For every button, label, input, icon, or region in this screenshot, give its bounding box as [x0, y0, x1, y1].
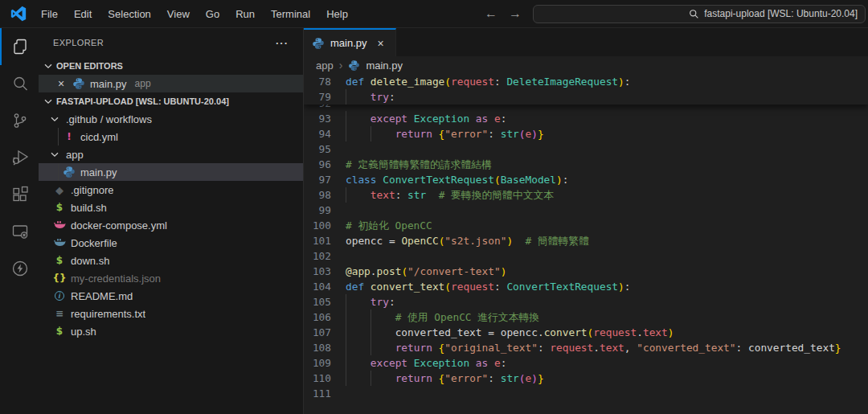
- code-line-101: 101opencc = OpenCC("s2t.json") # 簡體轉繁體: [304, 233, 868, 248]
- line-number: 99: [304, 203, 331, 218]
- tree-file--gitignore[interactable]: ◆.gitignore: [39, 181, 303, 199]
- tree-item-label: .github / workflows: [66, 113, 152, 125]
- breadcrumb-file[interactable]: main.py: [366, 59, 403, 72]
- tree-file-cicd-yml[interactable]: !cicd.yml: [39, 128, 303, 146]
- tree-file-down-sh[interactable]: $down.sh: [39, 252, 303, 269]
- activitybar-run-debug[interactable]: [0, 139, 39, 176]
- menu-view[interactable]: View: [160, 5, 197, 23]
- activitybar-source-control[interactable]: [0, 102, 39, 139]
- python-icon: [348, 59, 360, 72]
- close-icon[interactable]: ×: [55, 77, 68, 90]
- files-icon: [10, 37, 30, 56]
- thunder-client-icon: [10, 259, 30, 278]
- command-center[interactable]: fastapi-upload [WSL: Ubuntu-20.04]: [533, 5, 866, 23]
- tree-file-docker-compose-yml[interactable]: docker-compose.yml: [39, 216, 303, 234]
- code-text: # 定義簡體轉繁體的請求體結構: [346, 157, 868, 172]
- code-text: try:: [346, 89, 868, 105]
- vscode-window: FileEditSelectionViewGoRunTerminalHelp ←…: [0, 0, 868, 414]
- menu-help[interactable]: Help: [319, 5, 355, 23]
- menu-edit[interactable]: Edit: [67, 5, 99, 23]
- code-text: class ConvertTextRequest(BaseModel):: [346, 172, 868, 187]
- tree-file-dockerfile[interactable]: Dockerfile: [39, 234, 303, 252]
- line-number: 92: [304, 105, 331, 111]
- line-number: 101: [304, 233, 331, 248]
- code-line-93: 93 except Exception as e:: [304, 111, 868, 126]
- code-line-96: 96# 定義簡體轉繁體的請求體結構: [304, 157, 868, 172]
- code-text: def convert_text(request: ConvertTextReq…: [346, 279, 868, 294]
- tree-item-label: down.sh: [71, 255, 109, 267]
- tree-item-label: .gitignore: [71, 184, 113, 196]
- docker-whale-icon: [53, 219, 66, 232]
- indent-guide: [371, 325, 371, 340]
- project-root-label: FASTAPI-UPLOAD [WSL: UBUNTU-20.04]: [56, 96, 229, 106]
- tree-folder--github-workflows[interactable]: .github / workflows: [39, 110, 303, 128]
- line-number: 104: [304, 279, 331, 294]
- code-line-97: 97class ConvertTextRequest(BaseModel):: [304, 172, 868, 187]
- tree-file-my-credentials-json[interactable]: {}my-credentials.json: [39, 269, 303, 287]
- indent-guide: [371, 126, 371, 141]
- line-number: 95: [304, 141, 331, 157]
- section-open-editors[interactable]: OPEN EDITORS: [39, 57, 303, 75]
- tab-main-py[interactable]: main.py ×: [304, 28, 396, 56]
- docker-whale-icon: [53, 236, 66, 249]
- menu-selection[interactable]: Selection: [100, 5, 158, 23]
- code-text: @app.post("/convert-text"): [346, 264, 868, 279]
- chevron-down-icon: [42, 95, 55, 108]
- yaml-icon: !: [63, 130, 76, 143]
- code-editor[interactable]: 78def delete_image(request: DeleteImageR…: [304, 74, 868, 414]
- open-editor-file: main.py: [90, 78, 127, 90]
- line-number: 102: [304, 248, 331, 264]
- tree-file-up-sh[interactable]: $up.sh: [39, 322, 303, 340]
- tree-file-build-sh[interactable]: $build.sh: [39, 199, 303, 216]
- menu-terminal[interactable]: Terminal: [264, 5, 317, 23]
- tree-folder-app[interactable]: app: [39, 146, 303, 163]
- activitybar-explorer[interactable]: [0, 28, 39, 65]
- line-number: 96: [304, 157, 331, 172]
- shell-icon: $: [53, 254, 66, 267]
- line-number: 94: [304, 126, 331, 141]
- activitybar-search[interactable]: [0, 65, 39, 102]
- tree-item-label: docker-compose.yml: [71, 219, 167, 232]
- breadcrumb-separator-icon: ›: [339, 59, 343, 72]
- python-icon: [312, 37, 325, 50]
- section-project-root[interactable]: FASTAPI-UPLOAD [WSL: UBUNTU-20.04]: [39, 92, 303, 110]
- search-icon: [10, 74, 30, 93]
- activitybar-thunder-client[interactable]: [0, 250, 39, 287]
- open-editor-detail: app: [135, 78, 151, 89]
- explorer-sidebar: EXPLORER ··· OPEN EDITORS ×main.pyapp FA…: [39, 28, 304, 414]
- open-editor-item[interactable]: ×main.pyapp: [39, 75, 303, 92]
- code-line-104: 104def convert_text(request: ConvertText…: [304, 279, 868, 294]
- activitybar-remote-explorer[interactable]: [0, 213, 39, 250]
- breadcrumb-folder[interactable]: app: [316, 59, 334, 72]
- source-control-icon: [10, 111, 30, 130]
- tree-item-label: README.md: [71, 290, 133, 302]
- menu-bar: FileEditSelectionViewGoRunTerminalHelp: [34, 5, 355, 23]
- code-text: return {"original_text": request.text, "…: [346, 340, 868, 355]
- clipped-line: 92: [304, 105, 868, 111]
- code-line-95: 95: [304, 141, 868, 157]
- search-icon: [689, 9, 699, 19]
- indent-guide: [371, 371, 371, 386]
- nav-back-button[interactable]: ←: [485, 6, 497, 21]
- line-number: 108: [304, 340, 331, 355]
- nav-forward-button[interactable]: →: [509, 6, 522, 21]
- menu-file[interactable]: File: [34, 5, 65, 23]
- chevron-down-icon: [42, 59, 55, 72]
- menu-go[interactable]: Go: [199, 5, 227, 23]
- code-text: except Exception as e:: [346, 111, 868, 126]
- tree-item-label: cicd.yml: [80, 131, 118, 143]
- python-icon: [72, 77, 85, 90]
- code-text: [346, 386, 868, 401]
- tree-file-main-py[interactable]: main.py: [39, 163, 303, 181]
- line-number: 110: [304, 371, 331, 386]
- chevron-down-icon: [48, 113, 61, 125]
- code-line-92: 92: [304, 105, 868, 111]
- tab-close-button[interactable]: ×: [375, 37, 387, 50]
- sidebar-actions-button[interactable]: ···: [276, 37, 289, 49]
- tree-file-readme-md[interactable]: iREADME.md: [39, 287, 303, 305]
- tree-file-requirements-txt[interactable]: ≡requirements.txt: [39, 305, 303, 322]
- code-line-105: 105 try:: [304, 294, 868, 309]
- indent-guide: [346, 325, 346, 340]
- activitybar-extensions[interactable]: [0, 176, 39, 213]
- menu-run[interactable]: Run: [228, 5, 262, 23]
